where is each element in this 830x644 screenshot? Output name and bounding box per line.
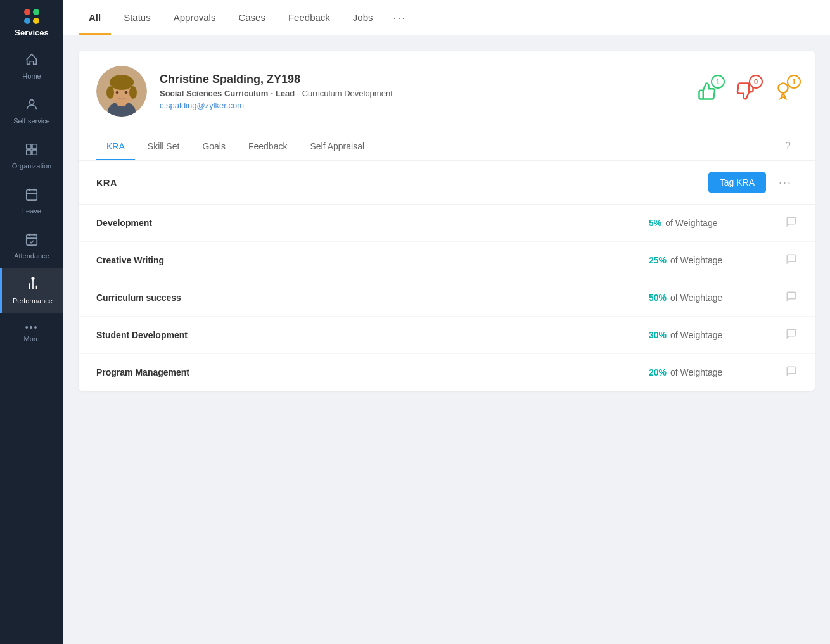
- weight-label: of Weightage: [670, 367, 722, 377]
- comment-icon[interactable]: [786, 328, 797, 342]
- thumbs-down-count: 0: [749, 75, 763, 89]
- kra-row-name: Curriculum success: [96, 293, 649, 303]
- svg-point-16: [116, 91, 119, 94]
- comment-icon[interactable]: [786, 365, 797, 379]
- profile-email[interactable]: c.spalding@zylker.com: [160, 101, 693, 110]
- sidebar-item-organization-label: Organization: [12, 162, 51, 170]
- help-icon[interactable]: ?: [779, 134, 797, 158]
- profile-role-rest: - Curriculum Development: [295, 89, 393, 98]
- tab-all[interactable]: All: [79, 1, 111, 35]
- organization-icon: [25, 142, 39, 160]
- sidebar-item-attendance-label: Attendance: [14, 252, 49, 260]
- svg-point-17: [125, 91, 128, 94]
- sub-tabs: KRA Skill Set Goals Feedback Self Apprai…: [79, 132, 815, 161]
- sidebar-item-self-service[interactable]: Self-service: [0, 89, 63, 134]
- sidebar-item-home[interactable]: Home: [0, 44, 63, 89]
- weight-label: of Weightage: [670, 330, 722, 340]
- kra-row-weight: 20% of Weightage: [649, 367, 776, 377]
- sidebar-item-more[interactable]: ••• More: [0, 313, 63, 351]
- tab-more[interactable]: ···: [386, 0, 414, 35]
- self-service-icon: [25, 98, 39, 115]
- kra-row-weight: 30% of Weightage: [649, 330, 776, 340]
- svg-rect-5: [27, 190, 37, 201]
- dot-red: [24, 9, 30, 15]
- badge-award[interactable]: 1: [769, 77, 797, 105]
- profile-info: Christine Spalding, ZY198 Social Science…: [160, 73, 693, 110]
- main-content: All Status Approvals Cases Feedback Jobs…: [63, 0, 830, 644]
- tab-status[interactable]: Status: [113, 1, 161, 35]
- attendance-icon: [25, 232, 39, 249]
- kra-title: KRA: [96, 177, 117, 188]
- profile-avatar: [96, 66, 147, 117]
- kra-row-name: Development: [96, 218, 649, 228]
- sub-tab-skill-set[interactable]: Skill Set: [137, 132, 190, 160]
- profile-role-bold: Social Sciences Curriculum - Lead: [160, 89, 295, 98]
- svg-rect-1: [27, 144, 31, 149]
- sidebar-item-leave[interactable]: Leave: [0, 179, 63, 224]
- svg-point-14: [106, 86, 114, 99]
- award-icon: 1: [769, 77, 797, 105]
- tab-feedback[interactable]: Feedback: [278, 1, 340, 35]
- tab-approvals[interactable]: Approvals: [163, 1, 226, 35]
- comment-icon[interactable]: [786, 291, 797, 305]
- sidebar-item-organization[interactable]: Organization: [0, 134, 63, 179]
- weight-label: of Weightage: [670, 255, 722, 265]
- sub-tab-self-appraisal[interactable]: Self Appraisal: [300, 132, 374, 160]
- kra-row-student-development: Student Development 30% of Weightage: [79, 317, 815, 354]
- award-count: 1: [787, 75, 801, 89]
- sub-tab-feedback[interactable]: Feedback: [238, 132, 297, 160]
- sub-tab-kra[interactable]: KRA: [96, 132, 135, 160]
- comment-icon[interactable]: [786, 216, 797, 230]
- badge-thumbs-down[interactable]: 0: [731, 77, 759, 105]
- home-icon: [25, 53, 39, 70]
- sidebar-item-self-service-label: Self-service: [13, 117, 49, 125]
- svg-point-0: [29, 100, 34, 104]
- tab-cases[interactable]: Cases: [228, 1, 276, 35]
- svg-point-13: [110, 75, 134, 90]
- kra-row-curriculum-success: Curriculum success 50% of Weightage: [79, 279, 815, 317]
- sub-tab-goals[interactable]: Goals: [192, 132, 236, 160]
- kra-row-name: Student Development: [96, 330, 649, 340]
- kra-more-button[interactable]: ···: [774, 174, 797, 192]
- profile-card: Christine Spalding, ZY198 Social Science…: [79, 51, 815, 391]
- kra-row-program-management: Program Management 20% of Weightage: [79, 354, 815, 391]
- sidebar-item-home-label: Home: [22, 72, 41, 80]
- performance-icon: [26, 277, 40, 294]
- kra-row-name: Program Management: [96, 367, 649, 377]
- sidebar-item-performance-label: Performance: [13, 297, 53, 305]
- more-icon: •••: [25, 322, 39, 332]
- weight-percent: 50%: [649, 293, 667, 303]
- dot-yellow: [33, 18, 39, 24]
- badge-thumbs-up[interactable]: 1: [693, 77, 721, 105]
- svg-point-18: [779, 84, 788, 93]
- svg-rect-2: [32, 144, 37, 149]
- thumbs-up-icon: 1: [693, 77, 721, 105]
- thumbs-down-icon: 0: [731, 77, 759, 105]
- avatar-svg: [96, 66, 147, 117]
- profile-role: Social Sciences Curriculum - Lead - Curr…: [160, 89, 693, 98]
- profile-header: Christine Spalding, ZY198 Social Science…: [79, 51, 815, 132]
- content-area: Christine Spalding, ZY198 Social Science…: [63, 35, 830, 406]
- svg-point-7: [32, 277, 34, 280]
- weight-percent: 25%: [649, 255, 667, 265]
- kra-row-name: Creative Writing: [96, 255, 649, 265]
- sidebar-item-performance[interactable]: Performance: [0, 268, 63, 313]
- thumbs-up-count: 1: [711, 75, 725, 89]
- weight-percent: 5%: [649, 218, 661, 228]
- dot-blue: [24, 18, 30, 24]
- svg-rect-3: [27, 150, 31, 155]
- kra-row-weight: 50% of Weightage: [649, 293, 776, 303]
- top-tabs: All Status Approvals Cases Feedback Jobs…: [63, 0, 830, 35]
- comment-icon[interactable]: [786, 253, 797, 267]
- sidebar-item-attendance[interactable]: Attendance: [0, 224, 63, 268]
- profile-name: Christine Spalding, ZY198: [160, 73, 693, 86]
- kra-row-weight: 5% of Weightage: [649, 218, 776, 228]
- weight-percent: 30%: [649, 330, 667, 340]
- profile-badges: 1 0: [693, 77, 797, 105]
- leave-icon: [25, 187, 39, 205]
- tag-kra-button[interactable]: Tag KRA: [708, 172, 766, 193]
- tab-jobs[interactable]: Jobs: [343, 1, 383, 35]
- kra-row-weight: 25% of Weightage: [649, 255, 776, 265]
- weight-percent: 20%: [649, 367, 667, 377]
- weight-label: of Weightage: [665, 218, 717, 228]
